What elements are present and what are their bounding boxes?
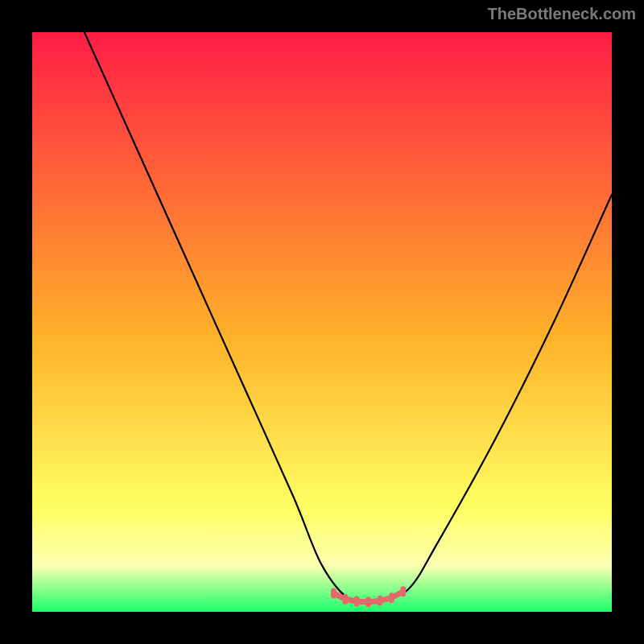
watermark: TheBottleneck.com [488, 5, 636, 23]
plot-area [32, 32, 612, 612]
bottleneck-chart: TheBottleneck.com [0, 0, 644, 644]
